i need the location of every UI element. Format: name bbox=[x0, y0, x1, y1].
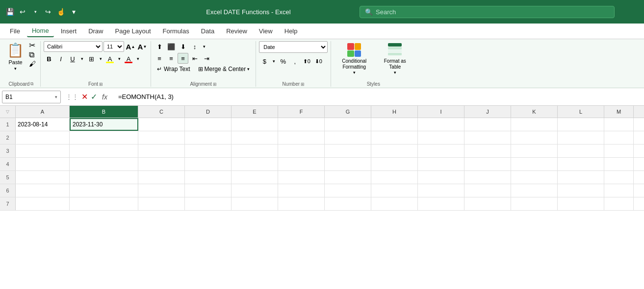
row-num-3[interactable]: 3 bbox=[0, 144, 16, 157]
menu-file[interactable]: File bbox=[5, 25, 25, 37]
cell-B4[interactable] bbox=[70, 158, 138, 170]
cell-E6[interactable] bbox=[232, 184, 278, 197]
number-format-select[interactable]: Date bbox=[259, 41, 328, 53]
cell-E3[interactable] bbox=[232, 144, 278, 157]
font-size-select[interactable]: 11 bbox=[103, 41, 124, 52]
paste-dropdown-icon[interactable]: ▾ bbox=[14, 66, 17, 71]
align-right-button[interactable]: ≡ bbox=[178, 53, 188, 64]
cell-I2[interactable] bbox=[418, 131, 464, 144]
cell-K7[interactable] bbox=[511, 197, 558, 210]
cell-I7[interactable] bbox=[418, 197, 464, 210]
bold-button[interactable]: B bbox=[44, 53, 54, 64]
cell-C6[interactable] bbox=[138, 184, 185, 197]
row-num-1[interactable]: 1 bbox=[0, 118, 16, 131]
cell-I3[interactable] bbox=[418, 144, 464, 157]
cell-E7[interactable] bbox=[232, 197, 278, 210]
cell-E1[interactable] bbox=[232, 118, 278, 131]
cell-B5[interactable] bbox=[70, 171, 138, 184]
cell-A2[interactable] bbox=[16, 131, 70, 144]
align-left-button[interactable]: ≡ bbox=[154, 53, 165, 64]
cell-A3[interactable] bbox=[16, 144, 70, 157]
cell-M3[interactable] bbox=[604, 144, 634, 157]
cell-M2[interactable] bbox=[604, 131, 634, 144]
italic-button[interactable]: I bbox=[55, 53, 66, 64]
cell-A7[interactable] bbox=[16, 197, 70, 210]
menu-formulas[interactable]: Formulas bbox=[158, 25, 194, 37]
cell-G2[interactable] bbox=[325, 131, 371, 144]
cell-D7[interactable] bbox=[185, 197, 232, 210]
cell-F5[interactable] bbox=[278, 171, 325, 184]
cell-D2[interactable] bbox=[185, 131, 232, 144]
format-as-table-button[interactable]: Format as Table ▾ bbox=[377, 41, 412, 77]
cell-B7[interactable] bbox=[70, 197, 138, 210]
cell-E4[interactable] bbox=[232, 158, 278, 170]
text-direction-dropdown-icon[interactable]: ▾ bbox=[201, 41, 207, 52]
cell-L3[interactable] bbox=[558, 144, 604, 157]
cell-B6[interactable] bbox=[70, 184, 138, 197]
cell-E5[interactable] bbox=[232, 171, 278, 184]
cell-C4[interactable] bbox=[138, 158, 185, 170]
cell-K4[interactable] bbox=[511, 158, 558, 170]
cell-L7[interactable] bbox=[558, 197, 604, 210]
cut-button[interactable]: ✂ bbox=[27, 41, 37, 50]
cell-L2[interactable] bbox=[558, 131, 604, 144]
font-color-dropdown-icon[interactable]: ▾ bbox=[135, 53, 141, 64]
undo-icon[interactable]: ↩ bbox=[18, 7, 27, 17]
cell-G1[interactable] bbox=[325, 118, 371, 131]
cell-I4[interactable] bbox=[418, 158, 464, 170]
cell-I6[interactable] bbox=[418, 184, 464, 197]
text-direction-button[interactable]: ↕ bbox=[189, 41, 200, 52]
font-color-button[interactable]: A bbox=[123, 53, 134, 64]
touch-icon[interactable]: ☝ bbox=[56, 7, 66, 17]
cell-H4[interactable] bbox=[371, 158, 418, 170]
font-name-select[interactable]: Calibri bbox=[44, 41, 103, 52]
comma-button[interactable]: , bbox=[289, 56, 300, 67]
copy-button[interactable]: ⧉ bbox=[27, 50, 37, 59]
decrease-font-button[interactable]: A▼ bbox=[137, 41, 148, 52]
cell-F4[interactable] bbox=[278, 158, 325, 170]
cell-G6[interactable] bbox=[325, 184, 371, 197]
col-header-e[interactable]: E bbox=[232, 106, 278, 118]
cell-A1[interactable]: 2023-08-14 bbox=[16, 118, 70, 131]
cell-F6[interactable] bbox=[278, 184, 325, 197]
cell-M1[interactable] bbox=[604, 118, 634, 131]
confirm-formula-icon[interactable]: ✓ bbox=[91, 92, 97, 101]
menu-view[interactable]: View bbox=[254, 25, 278, 37]
align-center-button[interactable]: ≡ bbox=[166, 53, 177, 64]
cell-H7[interactable] bbox=[371, 197, 418, 210]
search-box[interactable]: 🔍 Search bbox=[360, 6, 615, 18]
row-num-2[interactable]: 2 bbox=[0, 131, 16, 144]
align-top-button[interactable]: ⬆ bbox=[154, 41, 165, 52]
cell-G7[interactable] bbox=[325, 197, 371, 210]
row-num-5[interactable]: 5 bbox=[0, 171, 16, 184]
cell-B3[interactable] bbox=[70, 144, 138, 157]
cell-I1[interactable] bbox=[418, 118, 464, 131]
menu-help[interactable]: Help bbox=[280, 25, 303, 37]
percent-button[interactable]: % bbox=[278, 56, 288, 67]
cell-L1[interactable] bbox=[558, 118, 604, 131]
cell-K6[interactable] bbox=[511, 184, 558, 197]
cell-B1[interactable]: 2023-11-30 bbox=[70, 118, 138, 131]
col-header-a[interactable]: A bbox=[16, 106, 70, 118]
merge-dropdown-icon[interactable]: ▾ bbox=[247, 67, 250, 72]
cell-F3[interactable] bbox=[278, 144, 325, 157]
paste-button[interactable]: 📋 Paste ▾ bbox=[5, 41, 26, 72]
cell-J7[interactable] bbox=[464, 197, 511, 210]
col-header-b[interactable]: B bbox=[70, 106, 138, 118]
col-header-g[interactable]: G bbox=[325, 106, 371, 118]
cell-L5[interactable] bbox=[558, 171, 604, 184]
cell-F1[interactable] bbox=[278, 118, 325, 131]
fill-color-button[interactable]: A bbox=[104, 53, 115, 64]
cell-K1[interactable] bbox=[511, 118, 558, 131]
select-all-icon[interactable]: ▽ bbox=[6, 109, 9, 114]
cell-H6[interactable] bbox=[371, 184, 418, 197]
cell-C3[interactable] bbox=[138, 144, 185, 157]
number-expand-icon[interactable]: ⊞ bbox=[301, 82, 305, 87]
cell-ref-dropdown-icon[interactable]: ▾ bbox=[55, 95, 57, 99]
cell-G4[interactable] bbox=[325, 158, 371, 170]
cell-A4[interactable] bbox=[16, 158, 70, 170]
cell-H1[interactable] bbox=[371, 118, 418, 131]
redo-icon[interactable]: ↪ bbox=[43, 7, 53, 17]
cell-B2[interactable] bbox=[70, 131, 138, 144]
col-header-h[interactable]: H bbox=[371, 106, 418, 118]
